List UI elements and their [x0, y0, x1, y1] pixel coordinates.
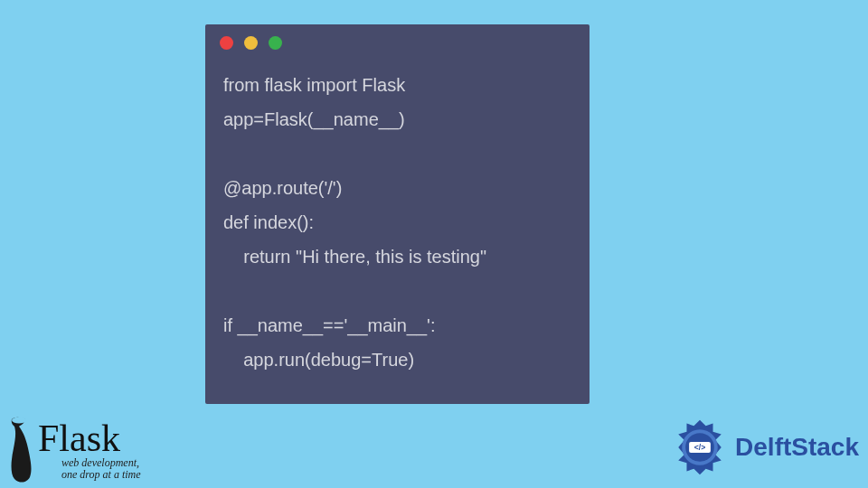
delftstack-badge-icon: </>	[670, 418, 730, 477]
code-block: from flask import Flask app=Flask(__name…	[205, 61, 590, 395]
window-titlebar	[205, 24, 590, 61]
code-window: from flask import Flask app=Flask(__name…	[205, 24, 590, 404]
flask-title: Flask	[38, 419, 141, 457]
flask-logo-text: Flask web development, one drop at a tim…	[38, 419, 141, 481]
delftstack-text: DelftStack	[735, 433, 859, 462]
svg-text:</>: </>	[694, 443, 705, 452]
flask-horn-icon	[5, 414, 36, 486]
flask-subtitle-2: one drop at a time	[61, 469, 141, 481]
maximize-icon[interactable]	[269, 36, 282, 50]
flask-logo: Flask web development, one drop at a tim…	[5, 414, 141, 486]
minimize-icon[interactable]	[244, 36, 258, 50]
svg-point-0	[12, 418, 26, 424]
delftstack-logo: </> DelftStack	[670, 418, 859, 477]
close-icon[interactable]	[220, 36, 233, 50]
